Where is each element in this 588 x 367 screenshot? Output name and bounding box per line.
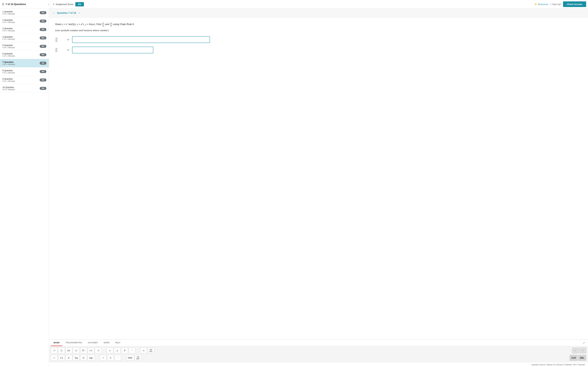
sidebar-item-8[interactable]: 8 Question 0 of ∞ Attempts 0% [0, 67, 49, 76]
item-text-10: 10 Question 0 of ∞ Attempts [2, 86, 38, 91]
frac-num-1: ∂z [55, 37, 58, 40]
check-answer-button[interactable]: Check Answer [563, 1, 586, 7]
eq-sign-2: = [67, 49, 69, 52]
give-up-icon: □ [550, 3, 551, 6]
key-t[interactable]: t [100, 355, 107, 361]
item-text-3: 3 Question 0 of ∞ Attempts [2, 27, 38, 32]
item-sub-2: 0 of ∞ Attempts [2, 21, 38, 23]
key-infinity[interactable]: ∞ [140, 348, 147, 353]
key-log[interactable]: log [73, 355, 80, 361]
answer-label-1: ∂z ∂u [55, 37, 64, 42]
tab-trigonometric[interactable]: TRIGONOMETRIC [62, 340, 85, 346]
item-text-6: 6 Question 0 of ∞ Attempts [2, 52, 38, 57]
main-layout: 1 Question 0 of ∞ Attempts 0% 2 Question… [0, 8, 588, 367]
answer-row-1: ∂z ∂u = [55, 36, 582, 43]
key-e-power[interactable]: e□ [66, 355, 72, 361]
sidebar-item-3[interactable]: 3 Question 0 of ∞ Attempts 0% [0, 25, 49, 34]
tab-alphabet[interactable]: ALPHABET [85, 340, 101, 346]
sidebar-item-6[interactable]: 6 Question 0 of ∞ Attempts 0% [0, 51, 49, 59]
answer-input-1[interactable] [72, 36, 210, 43]
frac-num-2: ∂z [55, 48, 57, 50]
footer-note: Question Source: Sullivan 2e Calculus | … [49, 362, 588, 367]
sidebar-item-1[interactable]: 1 Question 0 of ∞ Attempts 0% [0, 8, 49, 17]
key-undefined[interactable]: UNDEF [135, 355, 141, 361]
next-question-button[interactable]: › [78, 11, 81, 15]
key-left-arrow[interactable]: ← [572, 348, 579, 353]
key-prime[interactable]: ' [114, 355, 121, 361]
sidebar-item-5[interactable]: 5 Question 0 of ∞ Attempts 0% [0, 42, 49, 51]
key-cbrt[interactable]: ∛□ [80, 348, 87, 353]
key-superscript[interactable]: □² [51, 348, 58, 353]
pct-badge-6: 0% [40, 53, 46, 56]
key-right-arrow[interactable]: → [579, 348, 586, 353]
collapse-sidebar-button[interactable]: ‹ [48, 3, 49, 6]
question-note: (Use symbolic notation and fractions whe… [55, 29, 582, 32]
expand-keyboard-button[interactable]: ⤢ [582, 340, 586, 345]
key-no-solution[interactable]: NOSOL [148, 348, 154, 353]
key-ln[interactable]: ln [80, 355, 87, 361]
item-label-1: 1 Question [2, 10, 38, 13]
item-label-6: 6 Question [2, 52, 38, 55]
sidebar-item-4[interactable]: 4 Question 0 of ∞ Attempts 0% [0, 34, 49, 42]
pct-badge-4: 0% [40, 36, 46, 40]
sidebar: 1 Question 0 of ∞ Attempts 0% 2 Question… [0, 8, 49, 367]
key-nth-root[interactable]: n√□ [87, 348, 94, 353]
pct-badge-3: 0% [40, 28, 46, 31]
give-up-label: Give Up? [552, 3, 561, 6]
frac-den-1: ∂u [55, 40, 58, 42]
answer-input-2[interactable] [72, 47, 153, 53]
pct-badge-7: 0% [40, 62, 46, 65]
pct-badge-2: 0% [40, 20, 46, 23]
give-up-button[interactable]: □ Give Up? [550, 3, 561, 6]
hamburger-icon[interactable]: ☰ [2, 3, 4, 6]
item-label-2: 2 Question [2, 19, 38, 21]
key-subscript[interactable]: □□ [51, 355, 58, 361]
item-text-7: 7 Question 0 of ∞ Attempts [2, 61, 38, 66]
sidebar-item-7[interactable]: 7 Question 0 of ∞ Attempts 0% [0, 59, 49, 67]
question-text: Given z = ex sin(9y), x = u9v, y = ln(uv… [55, 22, 582, 27]
key-sqrt[interactable]: √□ [73, 348, 80, 353]
top-header: ☰ 7 of 14 Questions ‹ ℹ Assignment Score… [0, 0, 588, 8]
question-nav-bar: ‹ Question 7 of 14 › [49, 8, 588, 17]
key-x[interactable]: x [107, 348, 113, 353]
item-sub-7: 0 of ∞ Attempts [2, 63, 38, 66]
item-sub-8: 0 of ∞ Attempts [2, 72, 38, 74]
pct-badge-10: 0% [40, 87, 46, 90]
item-text-5: 5 Question 0 of ∞ Attempts [2, 44, 38, 49]
key-y[interactable]: y [114, 348, 121, 353]
item-label-5: 5 Question [2, 44, 38, 47]
key-ten-power[interactable]: 10□ [66, 348, 72, 353]
key-log-base[interactable]: log□ [87, 355, 95, 361]
resources-button[interactable]: 📁 Resources [534, 3, 548, 6]
item-label-8: 8 Question [2, 69, 38, 72]
item-sub-3: 0 of ∞ Attempts [2, 30, 38, 32]
key-clr[interactable]: CLR [570, 355, 578, 361]
question-title: Question 7 of 14 [57, 12, 76, 14]
key-abs[interactable]: |□| [58, 355, 65, 361]
item-sub-5: 0 of ∞ Attempts [2, 47, 38, 49]
key-factorial[interactable]: □! [95, 348, 102, 353]
item-text-2: 2 Question 0 of ∞ Attempts [2, 19, 38, 23]
key-fraction[interactable]: □ □ [58, 347, 65, 354]
frac-den-2: ∂v [55, 50, 58, 53]
answer-row-2: ∂z ∂v = [55, 47, 582, 53]
item-text-4: 4 Question 0 of ∞ Attempts [2, 36, 38, 40]
pct-badge-8: 0% [40, 70, 46, 73]
tab-more[interactable]: MORE [101, 340, 112, 346]
item-sub-4: 0 of ∞ Attempts [2, 38, 38, 40]
tab-basic[interactable]: BASIC [51, 340, 62, 346]
sidebar-item-2[interactable]: 2 Question 0 of ∞ Attempts 0% [0, 17, 49, 25]
keyboard-tabs: BASIC TRIGONOMETRIC ALPHABET MORE HELP ⤢ [49, 340, 588, 346]
key-dne[interactable]: DNE [126, 355, 134, 361]
sidebar-item-10[interactable]: 10 Question 0 of ∞ Attempts 0% [0, 84, 49, 93]
key-pi[interactable]: π [107, 355, 114, 361]
sidebar-item-9[interactable]: 9 Question 0 of ∞ Attempts 0% [0, 76, 49, 84]
header-center: ℹ Assignment Score: 0% [53, 2, 532, 6]
key-del[interactable]: DEL [578, 355, 586, 361]
key-degree[interactable]: ° [129, 348, 135, 353]
prev-question-button[interactable]: ‹ [52, 11, 55, 15]
item-sub-10: 0 of ∞ Attempts [2, 89, 38, 91]
tab-help[interactable]: HELP [112, 340, 123, 346]
questions-count: 7 of 14 Questions [6, 3, 26, 6]
key-theta[interactable]: θ [121, 348, 128, 353]
